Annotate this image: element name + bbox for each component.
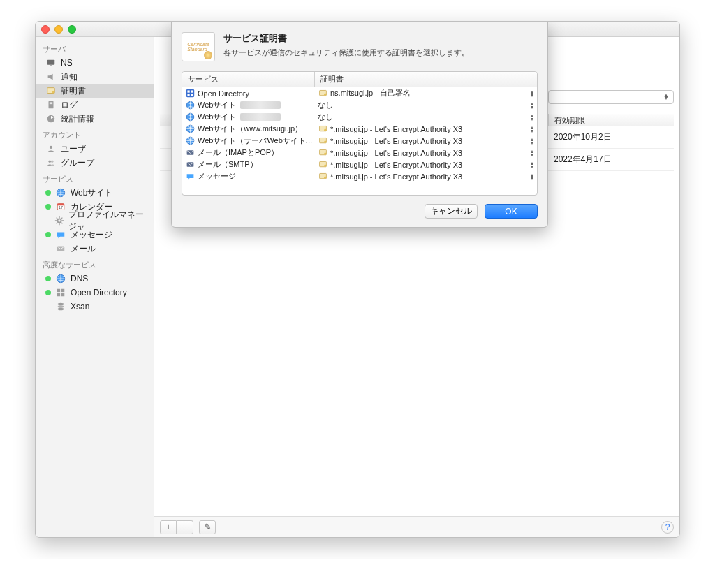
col-cert[interactable]: 証明書 [315,72,537,87]
remove-button[interactable]: − [177,520,193,534]
service-cert-row[interactable]: Open Directoryns.mitsugi.jp - 自己署名▲▼ [182,87,537,99]
status-dot-icon [45,276,51,281]
certificate-icon: CertificateStandard [182,32,215,61]
sidebar-item-label: Open Directory [71,288,127,297]
service-cert-row[interactable]: Webサイトなし▲▼ [182,111,537,123]
service-name: Webサイト [198,100,236,110]
globe-icon [185,136,195,146]
megaphone-icon [45,71,57,82]
certificate-icon [318,160,327,170]
grid-blue-icon [185,89,195,98]
sidebar-section-header: サーバ [36,40,154,56]
sidebar-item-label: ユーザ [61,143,86,155]
cancel-button[interactable]: キャンセル [425,204,478,219]
bubble-icon [55,229,66,240]
ok-button[interactable]: OK [485,204,538,219]
service-cert-row[interactable]: メール（SMTP）*.mitsugi.jp - Let's Encrypt Au… [182,159,537,170]
stack-icon [55,301,66,312]
edit-button[interactable]: ✎ [199,520,216,534]
bg-dropdown[interactable]: ▲▼ [548,90,674,104]
globe-icon [185,101,195,110]
certificate-name: *.mitsugi.jp - Let's Encrypt Authority X… [330,161,462,169]
app-window: サーバNS通知証明書ログ統計情報アカウントユーザグループサービスWebサイトカレ… [35,21,680,538]
service-cert-row[interactable]: Webサイトなし▲▼ [182,99,537,111]
display-icon [45,57,57,68]
sidebar-item[interactable]: DNS [36,272,154,286]
sidebar-item-label: 統計情報 [61,113,94,125]
stepper-icon[interactable]: ▲▼ [529,101,536,110]
close-traffic-light[interactable] [41,25,50,34]
sidebar-item[interactable]: 証明書 [36,84,154,98]
service-cert-row[interactable]: Webサイト（サーバWebサイト...*.mitsugi.jp - Let's … [182,135,537,147]
service-certificates-sheet: CertificateStandard サービス証明書 各サービスが通信のセキュ… [171,22,548,228]
sidebar-item-label: グループ [61,157,94,169]
bg-expiry-value: 2022年4月17日 [548,154,674,166]
certificate-name: *.mitsugi.jp - Let's Encrypt Authority X… [330,125,462,133]
service-name: Webサイト（www.mitsugi.jp） [198,124,302,134]
status-dot-icon [45,190,51,196]
col-service[interactable]: サービス [182,72,315,87]
sheet-subtitle: 各サービスが通信のセキュリティ保護に使用する証明書を選択します。 [223,47,469,58]
sidebar-item[interactable]: 通知 [36,70,154,84]
certificate-name: *.mitsugi.jp - Let's Encrypt Authority X… [330,172,462,181]
stepper-icon[interactable]: ▲▼ [529,89,536,98]
certificate-icon [318,172,327,182]
service-name: Webサイト（サーバWebサイト... [198,135,312,146]
sidebar-item-label: DNS [71,274,88,284]
grid-icon [55,287,66,298]
sidebar-item[interactable]: 統計情報 [36,112,154,126]
sidebar-item[interactable]: NS [36,56,154,70]
sidebar-section-header: サービス [36,170,154,186]
doc-icon [45,99,57,110]
sidebar-item[interactable]: ユーザ [36,142,154,156]
stepper-icon[interactable]: ▲▼ [529,124,536,134]
minimize-traffic-light[interactable] [54,25,63,34]
stepper-icon[interactable]: ▲▼ [529,160,536,170]
service-name: メッセージ [198,171,236,182]
stepper-icon[interactable]: ▲▼ [529,112,536,122]
group-icon [45,157,57,168]
certificate-icon [318,89,327,98]
status-dot-icon [45,290,51,295]
sidebar-item[interactable]: Webサイト [36,186,154,200]
zoom-traffic-light[interactable] [68,25,76,34]
service-cert-row[interactable]: メール（IMAPとPOP）*.mitsugi.jp - Let's Encryp… [182,147,537,159]
certificate-icon [318,124,327,134]
add-button[interactable]: + [160,520,177,534]
globe-icon [185,124,195,134]
sidebar-item-label: NS [61,58,73,68]
sidebar-item[interactable]: Open Directory [36,286,154,300]
status-dot-icon [45,232,51,237]
sidebar-item-label: メール [71,243,96,255]
sidebar-item[interactable]: プロファイルマネージャ [36,214,154,228]
redacted-text [240,101,281,109]
sidebar-item[interactable]: グループ [36,156,154,170]
sidebar-item[interactable]: Xsan [36,300,154,314]
service-name: メール（SMTP） [198,159,258,170]
service-cert-row[interactable]: メッセージ*.mitsugi.jp - Let's Encrypt Author… [182,170,537,182]
globe-icon [55,273,66,284]
calendar-icon [55,201,66,212]
service-cert-row[interactable]: Webサイト（www.mitsugi.jp）*.mitsugi.jp - Let… [182,123,537,135]
stepper-icon[interactable]: ▲▼ [529,136,536,146]
certificate-name: *.mitsugi.jp - Let's Encrypt Authority X… [330,137,462,145]
sidebar-item[interactable]: メール [36,242,154,256]
certificate-icon [318,148,327,158]
globe-icon [185,112,195,122]
sidebar-item[interactable]: ログ [36,98,154,112]
cert-icon [45,85,57,96]
envelope-icon [55,243,66,254]
certificate-name: ns.mitsugi.jp - 自己署名 [330,88,411,98]
sidebar-item-label: Xsan [71,302,89,311]
certificate-icon [318,136,327,146]
sidebar-item-label: ログ [61,99,78,111]
certificate-name: なし [318,112,333,122]
redacted-text [240,113,281,121]
user-icon [45,143,57,154]
help-button[interactable]: ? [661,521,674,534]
sidebar-item-label: メッセージ [71,229,112,241]
stepper-icon[interactable]: ▲▼ [529,172,536,182]
chevron-updown-icon: ▲▼ [663,94,669,100]
stepper-icon[interactable]: ▲▼ [529,148,536,158]
sidebar-section-header: 高度なサービス [36,256,154,272]
